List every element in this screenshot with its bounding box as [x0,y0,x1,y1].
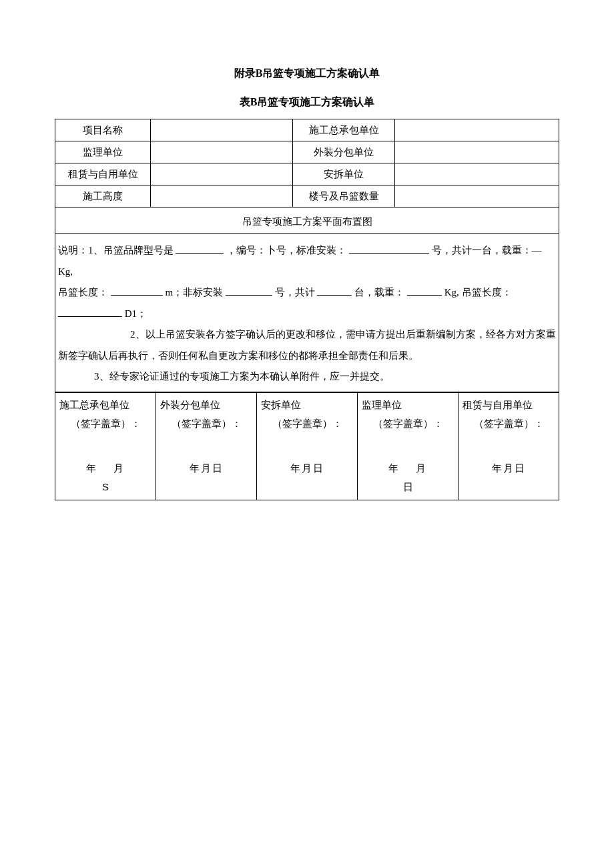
sign-date: 年 月 [360,459,455,478]
value-project-name [151,119,293,141]
table-row: 项目名称 施工总承包单位 [55,119,559,141]
label-exterior-sub: 外装分包单位 [293,141,395,163]
sign-col-install: 安拆单位 （签字盖章）： 年月日 [257,392,358,500]
label-install-dismantle: 安拆单位 [293,163,395,185]
explanation-cell: 说明：1、吊篮品牌型号是 ，编号：卜号，标准安装： 号，共计一台，载重：—Kg,… [55,234,559,392]
sign-stamp-label: （签字盖章）： [360,414,455,434]
sign-date: 年月日 [461,459,556,478]
signature-table: 施工总承包单位 （签字盖章）： 年 月 S 外装分包单位 （签字盖章）： 年月日… [55,392,559,500]
doc-title: 附录B吊篮专项施工方案确认单 [55,67,559,81]
table-row: 施工总承包单位 （签字盖章）： 年 月 S 外装分包单位 （签字盖章）： 年月日… [55,392,559,500]
sign-stamp-label: （签字盖章）： [260,414,354,434]
sign-unit-label: 租赁与自用单位 [461,396,556,415]
blank-line [226,285,272,296]
value-supervisor [151,141,293,163]
text-fragment: ，编号：卜号，标准安装： [226,245,346,256]
sign-stamp-label: （签字盖章）： [58,414,153,434]
explain-line-3: 2、以上吊篮安装各方签字确认后的更改和移位，需申请方提出后重新编制方案，经各方对… [58,329,556,361]
value-lease-selfuse [151,163,293,185]
sign-date: 年 月 [58,459,153,478]
table-row: 租赁与自用单位 安拆单位 [55,163,559,185]
label-project-name: 项目名称 [55,119,151,141]
sign-extra-ri: 日 [360,478,455,497]
text-fragment: 吊篮长度： [58,287,108,298]
layout-title: 吊篮专项施工方案平面布置图 [242,216,372,227]
label-supervisor: 监理单位 [55,141,151,163]
text-fragment: D1； [125,308,147,319]
layout-drawing-area: 吊篮专项施工方案平面布置图 [55,207,559,234]
blank-line [176,243,224,254]
label-general-contractor: 施工总承包单位 [293,119,395,141]
info-table: 项目名称 施工总承包单位 监理单位 外装分包单位 租赁与自用单位 安拆单位 施工… [55,119,559,392]
table-row: 施工高度 楼号及吊篮数量 [55,185,559,207]
label-building-qty: 楼号及吊篮数量 [293,185,395,207]
blank-line [111,285,163,296]
sign-unit-label: 外装分包单位 [159,396,254,415]
sign-col-contractor: 施工总承包单位 （签字盖章）： 年 月 S [55,392,156,500]
value-exterior-sub [395,141,559,163]
sign-unit-label: 施工总承包单位 [58,396,153,415]
text-fragment: m；非标安装 [166,287,224,298]
doc-subtitle: 表B吊篮专项施工方案确认单 [55,95,559,109]
sign-col-supervisor: 监理单位 （签字盖章）： 年 月 日 [358,392,458,500]
label-lease-selfuse: 租赁与自用单位 [55,163,151,185]
text-fragment: 说明：1、吊篮品牌型号是 [58,245,174,256]
text-fragment: 号，共计 [275,287,315,298]
sign-stamp-label: （签字盖章）： [461,414,556,434]
value-height [151,185,293,207]
sign-date: 年月日 [159,459,254,478]
blank-line [317,285,352,296]
sign-col-lease: 租赁与自用单位 （签字盖章）： 年月日 [458,392,559,500]
blank-line [58,306,122,317]
sign-date: 年月日 [260,459,354,478]
blank-line [349,243,429,254]
explain-line-4: 3、经专家论证通过的专项施工方案为本确认单附件，应一并提交。 [58,366,556,388]
text-fragment: Kg, 吊篮长度： [444,287,512,298]
table-row: 说明：1、吊篮品牌型号是 ，编号：卜号，标准安装： 号，共计一台，载重：—Kg,… [55,234,559,392]
sign-extra-s: S [58,478,153,497]
value-install-dismantle [395,163,559,185]
table-row: 吊篮专项施工方案平面布置图 [55,207,559,234]
sign-col-exterior: 外装分包单位 （签字盖章）： 年月日 [156,392,257,500]
explain-line-1: 说明：1、吊篮品牌型号是 ，编号：卜号，标准安装： 号，共计一台，载重：—Kg, [58,245,542,277]
value-general-contractor [395,119,559,141]
value-building-qty [395,185,559,207]
sign-unit-label: 安拆单位 [260,396,354,415]
sign-stamp-label: （签字盖章）： [159,414,254,434]
text-fragment: 台，载重： [354,287,404,298]
label-height: 施工高度 [55,185,151,207]
table-row: 监理单位 外装分包单位 [55,141,559,163]
blank-line [407,285,442,296]
sign-unit-label: 监理单位 [360,396,455,415]
explain-line-2: 吊篮长度： m；非标安装 号，共计 台，载重： Kg, 吊篮长度： D1； [58,287,512,319]
